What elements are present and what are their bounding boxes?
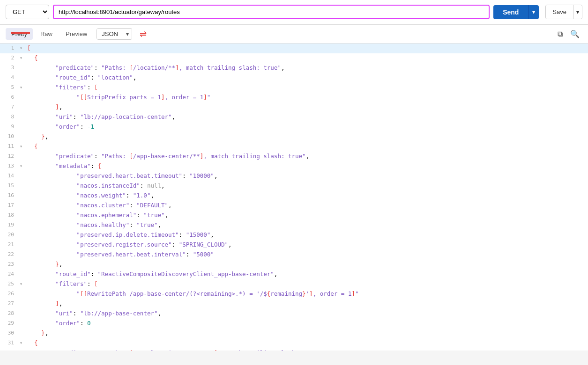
table-row: 3 "predicate": "Paths: [/location/**], m…	[0, 63, 588, 73]
line-number: 8	[0, 112, 20, 121]
table-row: 16 "nacos.weight": "1.0",	[0, 191, 588, 201]
line-toggle[interactable]: ▾	[20, 83, 26, 92]
line-content: {	[26, 338, 588, 348]
format-select: JSON ▾	[97, 28, 132, 40]
line-number: 14	[0, 171, 20, 180]
line-content: "uri": "lb://app-base-center",	[26, 309, 588, 319]
line-toggle[interactable]: ▾	[20, 161, 26, 170]
line-number: 17	[0, 201, 20, 210]
table-row: 15 "nacos.instanceId": null,	[0, 181, 588, 191]
table-row: 26 "[[RewritePath /app-base-center/(?<re…	[0, 289, 588, 299]
send-button[interactable]: Send	[493, 5, 528, 19]
line-number: 26	[0, 289, 20, 298]
table-row: 28 "uri": "lb://app-base-center",	[0, 309, 588, 319]
line-number: 6	[0, 93, 20, 102]
line-toggle	[20, 289, 26, 290]
line-content: "route_id": "location",	[26, 73, 588, 83]
line-number: 20	[0, 230, 20, 239]
line-toggle	[20, 348, 26, 349]
line-content: ],	[26, 299, 588, 309]
line-number: 23	[0, 260, 20, 269]
table-row: 23 },	[0, 260, 588, 270]
save-dropdown-button[interactable]: ▾	[573, 5, 582, 19]
line-toggle[interactable]: ▾	[20, 44, 26, 52]
line-toggle	[20, 319, 26, 320]
line-content: "nacos.ephemeral": "true",	[26, 211, 588, 220]
line-number: 19	[0, 220, 20, 229]
table-row: 17 "nacos.cluster": "DEFAULT",	[0, 201, 588, 211]
table-row: 22 "preserved.heart.beat.interval": "500…	[0, 250, 588, 260]
line-number: 5	[0, 83, 20, 92]
table-row: 6 "[[StripPrefix parts = 1], order = 1]"	[0, 93, 588, 102]
line-content: "nacos.weight": "1.0",	[26, 191, 588, 201]
line-toggle	[20, 260, 26, 261]
url-input[interactable]	[53, 5, 490, 19]
line-toggle	[20, 230, 26, 231]
table-row: 2▾ {	[0, 53, 588, 63]
line-toggle[interactable]: ▾	[20, 142, 26, 151]
line-content: "order": -1	[26, 122, 588, 132]
line-number: 29	[0, 319, 20, 328]
line-content: "filters": [	[26, 83, 588, 93]
line-number: 30	[0, 328, 20, 337]
line-toggle[interactable]: ▾	[20, 338, 26, 347]
search-icon[interactable]: 🔍	[567, 28, 582, 40]
line-content: "order": 0	[26, 319, 588, 328]
table-row: 13▾ "metadata": {	[0, 161, 588, 171]
tab-pretty[interactable]: Pretty	[6, 28, 33, 40]
line-toggle	[20, 328, 26, 329]
wrap-icon[interactable]: ⇌	[137, 28, 149, 40]
format-dropdown-icon[interactable]: ▾	[123, 29, 132, 39]
line-number: 12	[0, 152, 20, 161]
line-content: "preserved.ip.delete.timeout": "15000",	[26, 230, 588, 240]
line-number: 1	[0, 44, 20, 52]
tab-raw[interactable]: Raw	[35, 28, 58, 40]
line-content: "uri": "lb://app-location-center",	[26, 112, 588, 122]
send-button-group: Send ▾	[493, 5, 539, 19]
line-content: "metadata": {	[26, 161, 588, 171]
line-content: "nacos.healthy": "true",	[26, 220, 588, 230]
line-content: {	[26, 142, 588, 152]
copy-icon[interactable]: ⧉	[555, 28, 566, 40]
line-content: "[[RewritePath /app-base-center/(?<remai…	[26, 289, 588, 299]
table-row: 11▾ {	[0, 142, 588, 152]
line-toggle	[20, 152, 26, 153]
line-number: 13	[0, 161, 20, 170]
method-select[interactable]: GET POST PUT DELETE	[6, 5, 49, 19]
line-content: "preserved.heart.beat.timeout": "10000",	[26, 171, 588, 181]
table-row: 5▾ "filters": [	[0, 83, 588, 93]
send-dropdown-button[interactable]: ▾	[528, 5, 539, 19]
line-toggle	[20, 240, 26, 241]
line-number: 27	[0, 299, 20, 308]
table-row: 1▾[	[0, 44, 588, 53]
line-content: "preserved.heart.beat.interval": "5000"	[26, 250, 588, 260]
table-row: 19 "nacos.healthy": "true",	[0, 220, 588, 230]
table-row: 8 "uri": "lb://app-location-center",	[0, 112, 588, 122]
line-content: {	[26, 53, 588, 63]
line-toggle	[20, 102, 26, 103]
line-toggle	[20, 181, 26, 182]
line-number: 7	[0, 102, 20, 111]
line-toggle	[20, 191, 26, 192]
table-row: 27 ],	[0, 299, 588, 309]
line-number: 10	[0, 132, 20, 141]
line-number: 9	[0, 122, 20, 131]
table-row: 9 "order": -1	[0, 122, 588, 132]
line-content: "[[StripPrefix parts = 1], order = 1]"	[26, 93, 588, 102]
table-row: 4 "route_id": "location",	[0, 73, 588, 83]
tab-preview[interactable]: Preview	[60, 28, 93, 40]
line-toggle	[20, 122, 26, 123]
line-toggle[interactable]: ▾	[20, 53, 26, 62]
line-toggle	[20, 63, 26, 64]
save-button[interactable]: Save	[546, 5, 573, 19]
line-number: 2	[0, 53, 20, 62]
table-row: 24 "route_id": "ReactiveCompositeDiscove…	[0, 270, 588, 279]
json-body: 1▾[2▾ {3 "predicate": "Paths: [/location…	[0, 44, 588, 350]
format-label: JSON	[97, 29, 123, 39]
line-toggle	[20, 171, 26, 172]
line-number: 4	[0, 73, 20, 82]
line-toggle[interactable]: ▾	[20, 279, 26, 288]
table-row: 14 "preserved.heart.beat.timeout": "1000…	[0, 171, 588, 181]
line-number: 28	[0, 309, 20, 318]
line-toggle	[20, 309, 26, 310]
